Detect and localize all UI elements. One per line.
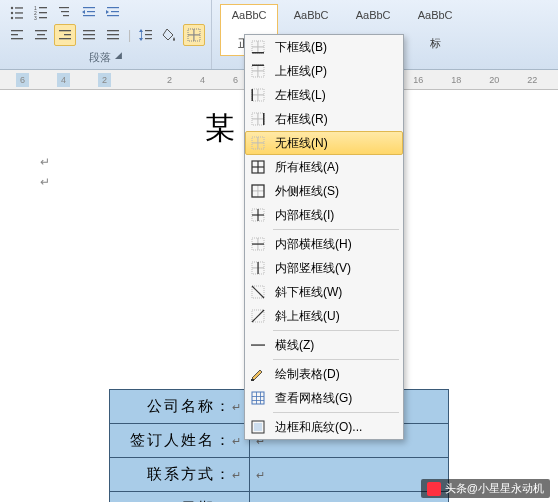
diag-down-icon xyxy=(249,283,267,301)
svg-rect-87 xyxy=(260,392,261,404)
svg-rect-12 xyxy=(59,7,69,8)
menu-item-label: 斜上框线(U) xyxy=(275,308,395,325)
numbering-button[interactable]: 123 xyxy=(30,2,52,24)
svg-line-78 xyxy=(252,286,264,298)
svg-rect-20 xyxy=(107,15,119,16)
svg-rect-70 xyxy=(257,209,258,221)
multilevel-button[interactable] xyxy=(54,2,76,24)
align-left-button[interactable] xyxy=(6,24,28,46)
bullets-button[interactable] xyxy=(6,2,28,24)
svg-point-4 xyxy=(11,17,13,19)
menu-item-label: 下框线(B) xyxy=(275,39,395,56)
menu-item-label: 斜下框线(W) xyxy=(275,284,395,301)
align-distribute-button[interactable] xyxy=(102,24,124,46)
inside-h-icon xyxy=(249,235,267,253)
dialog-icon xyxy=(249,418,267,436)
indent-right-button[interactable] xyxy=(102,2,124,24)
menu-item-label: 外侧框线(S) xyxy=(275,183,395,200)
hline-icon xyxy=(249,336,267,354)
svg-rect-73 xyxy=(252,243,264,244)
paragraph-dialog-launcher[interactable]: ◢ xyxy=(115,50,122,65)
menu-item-inside[interactable]: 内部框线(I) xyxy=(245,203,403,227)
menu-item-outside[interactable]: 外侧框线(S) xyxy=(245,179,403,203)
watermark-icon xyxy=(427,482,441,496)
menu-item-all[interactable]: 所有框线(A) xyxy=(245,155,403,179)
menu-item-inside-v[interactable]: 内部竖框线(V) xyxy=(245,256,403,280)
menu-item-hline[interactable]: 横线(Z) xyxy=(245,333,403,357)
table-row[interactable]: 联系方式：↵↵ xyxy=(110,458,449,492)
svg-rect-54 xyxy=(252,89,254,101)
svg-rect-24 xyxy=(35,30,47,31)
menu-separator xyxy=(273,229,399,230)
svg-line-80 xyxy=(252,310,264,322)
svg-rect-82 xyxy=(251,379,254,381)
svg-point-0 xyxy=(11,7,13,9)
svg-rect-39 xyxy=(145,38,152,39)
paragraph-group-label: 段落 ◢ xyxy=(6,50,205,65)
left-icon xyxy=(249,86,267,104)
menu-item-right[interactable]: 右框线(R) xyxy=(245,107,403,131)
menu-item-bottom[interactable]: 下框线(B) xyxy=(245,35,403,59)
svg-text:3: 3 xyxy=(34,15,37,21)
indent-left-button[interactable] xyxy=(78,2,100,24)
watermark-text: 头条@小星星永动机 xyxy=(445,481,544,496)
svg-rect-64 xyxy=(257,161,258,173)
svg-rect-26 xyxy=(35,38,47,39)
align-justify-button[interactable] xyxy=(78,24,100,46)
menu-item-gridlines[interactable]: 查看网格线(G) xyxy=(245,386,403,410)
svg-rect-84 xyxy=(252,396,264,397)
svg-rect-45 xyxy=(257,41,258,53)
align-right-button[interactable] xyxy=(54,24,76,46)
menu-item-label: 内部框线(I) xyxy=(275,207,395,224)
line-spacing-button[interactable] xyxy=(135,24,157,46)
svg-rect-86 xyxy=(256,392,257,404)
menu-item-label: 所有框线(A) xyxy=(275,159,395,176)
menu-item-diag-down[interactable]: 斜下框线(W) xyxy=(245,280,403,304)
svg-rect-17 xyxy=(83,15,95,16)
menu-item-dialog[interactable]: 边框和底纹(O)... xyxy=(245,415,403,439)
outside-icon xyxy=(249,182,267,200)
gridlines-icon xyxy=(249,389,267,407)
svg-rect-81 xyxy=(251,344,265,345)
menu-item-inside-h[interactable]: 内部横框线(H) xyxy=(245,232,403,256)
svg-rect-53 xyxy=(257,89,258,101)
menu-item-none[interactable]: 无框线(N) xyxy=(245,131,403,155)
borders-button[interactable] xyxy=(183,24,205,46)
svg-rect-85 xyxy=(252,400,264,401)
style-item-3[interactable]: AaBbC标 xyxy=(406,4,464,56)
svg-rect-31 xyxy=(83,34,95,35)
menu-item-label: 右框线(R) xyxy=(275,111,395,128)
menu-item-label: 绘制表格(D) xyxy=(275,366,395,383)
table-row[interactable]: 日期：↵↵ xyxy=(110,492,449,503)
menu-item-label: 无框线(N) xyxy=(275,135,395,152)
svg-rect-15 xyxy=(83,7,95,8)
align-center-button[interactable] xyxy=(30,24,52,46)
svg-rect-33 xyxy=(107,30,119,31)
svg-rect-50 xyxy=(252,65,264,67)
svg-rect-22 xyxy=(11,34,18,35)
paragraph-group: 123 | 段落 ◢ xyxy=(0,0,212,69)
svg-rect-29 xyxy=(59,38,71,39)
menu-item-label: 上框线(P) xyxy=(275,63,395,80)
shading-button[interactable] xyxy=(159,24,181,46)
svg-rect-38 xyxy=(145,34,152,35)
right-icon xyxy=(249,110,267,128)
svg-rect-18 xyxy=(107,7,119,8)
svg-rect-42 xyxy=(193,29,194,41)
top-icon xyxy=(249,62,267,80)
svg-rect-83 xyxy=(252,392,264,404)
menu-item-draw[interactable]: 绘制表格(D) xyxy=(245,362,403,386)
svg-rect-37 xyxy=(145,30,152,31)
svg-rect-30 xyxy=(83,30,95,31)
menu-item-diag-up[interactable]: 斜上框线(U) xyxy=(245,304,403,328)
svg-rect-35 xyxy=(107,38,119,39)
svg-rect-19 xyxy=(111,11,119,12)
all-icon xyxy=(249,158,267,176)
menu-item-left[interactable]: 左框线(L) xyxy=(245,83,403,107)
diag-up-icon xyxy=(249,307,267,325)
svg-rect-25 xyxy=(37,34,45,35)
menu-separator xyxy=(273,412,399,413)
menu-item-label: 边框和底纹(O)... xyxy=(275,419,395,436)
svg-rect-16 xyxy=(87,11,95,12)
menu-item-top[interactable]: 上框线(P) xyxy=(245,59,403,83)
